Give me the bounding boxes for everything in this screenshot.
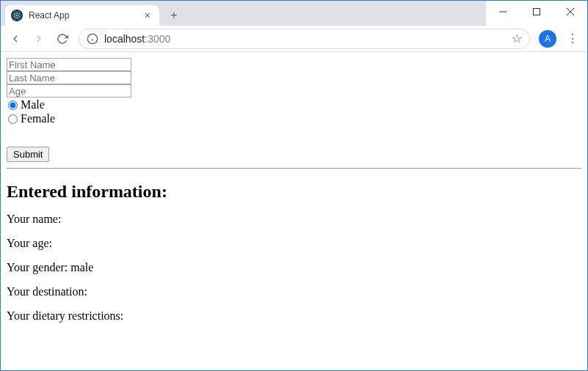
bookmark-star-icon[interactable]: ☆ [512,32,522,45]
svg-rect-5 [534,9,540,15]
site-info-icon[interactable] [87,33,98,45]
divider [7,168,581,169]
gender-male-row: Male [7,98,581,111]
new-tab-button[interactable]: + [164,5,184,26]
svg-point-0 [16,15,18,17]
output-dietary: Your dietary restrictions: [7,309,581,323]
tab-strip: React App × + [1,1,486,26]
reload-button[interactable] [52,29,73,49]
url-port: :3000 [145,33,170,45]
output-name: Your name: [7,213,581,226]
browser-navbar: localhost:3000 ☆ A ⋮ [1,26,587,52]
maximize-button[interactable] [520,1,553,23]
url-host: localhost [104,33,145,45]
back-button[interactable] [5,29,26,49]
first-name-input[interactable] [7,58,131,71]
gender-female-label: Female [21,112,55,125]
avatar-initial: A [545,34,551,44]
page-content: Male Female Submit Entered information: … [1,52,587,339]
submit-button[interactable]: Submit [7,147,49,162]
output-destination: Your destination: [7,285,581,298]
address-bar[interactable]: localhost:3000 ☆ [79,29,530,49]
gender-male-radio[interactable] [8,100,18,110]
window-controls [486,1,587,23]
output-destination-label: Your destination: [7,285,87,298]
gender-female-radio[interactable] [8,114,18,124]
output-age: Your age: [7,237,581,250]
output-gender-value: male [70,261,93,273]
browser-menu-button[interactable]: ⋮ [562,29,583,49]
output-gender-label: Your gender: [7,261,70,273]
profile-avatar[interactable]: A [539,30,556,48]
output-dietary-label: Your dietary restrictions: [7,309,123,322]
react-favicon-icon [11,10,23,21]
gender-female-row: Female [7,112,581,125]
age-input[interactable] [7,84,131,98]
last-name-input[interactable] [7,71,131,84]
output-heading: Entered information: [7,182,581,202]
forward-button[interactable] [29,29,49,49]
window-titlebar: React App × + [1,1,587,26]
minimize-button[interactable] [486,1,520,23]
gender-male-label: Male [21,98,45,111]
output-name-label: Your name: [7,213,61,225]
close-tab-icon[interactable]: × [143,10,152,21]
tab-title: React App [29,10,139,21]
output-age-label: Your age: [7,237,52,249]
close-window-button[interactable] [553,1,587,23]
output-gender: Your gender: male [7,261,581,274]
browser-tab[interactable]: React App × [5,5,159,26]
